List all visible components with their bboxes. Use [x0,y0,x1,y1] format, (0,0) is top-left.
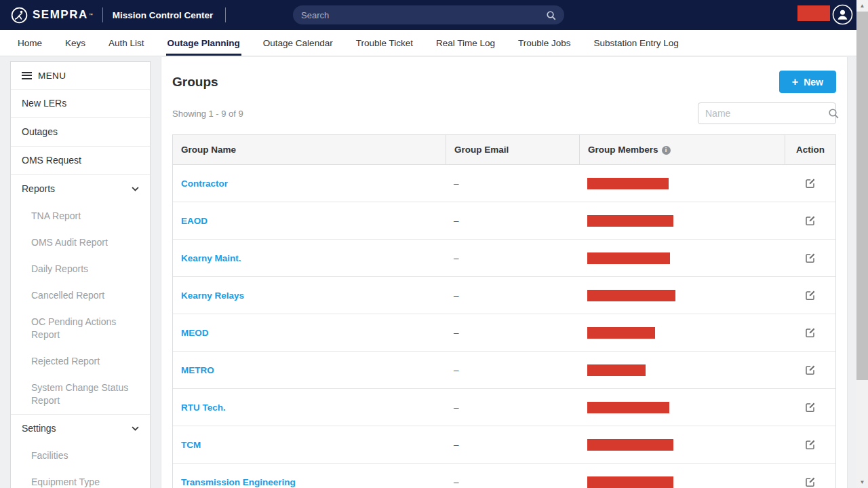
group-members-cell [579,327,785,339]
group-email-value: – [454,253,459,263]
edit-group-button[interactable] [804,251,817,265]
sidebar-menu-toggle[interactable]: MENU [11,62,150,89]
sidebar-item-label: Daily Reports [31,263,88,274]
tab-trouble-jobs[interactable]: Trouble Jobs [517,30,572,56]
group-members-cell [579,178,785,189]
edit-group-button[interactable] [804,326,817,339]
edit-group-button[interactable] [804,475,817,488]
scrollbar-up-arrow[interactable]: ▲ [856,0,868,12]
group-name-link[interactable]: Kearny Maint. [181,253,241,263]
edit-icon [805,252,816,263]
edit-icon [805,364,816,375]
table-row: MEOD – [173,314,835,352]
sidebar-item-settings[interactable]: Settings [11,414,150,443]
edit-group-button[interactable] [804,438,817,451]
group-name-cell: METRO [173,365,446,375]
group-name-cell: TCM [173,440,446,450]
column-header-group-name: Group Name [173,135,446,164]
group-name-cell: Transmission Engineering [173,477,446,487]
name-filter-box [698,102,836,124]
edit-group-button[interactable] [804,176,817,190]
sidebar-item-label: Reports [22,183,55,194]
sidebar-item-oc-pending-actions-report[interactable]: OC Pending Actions Report [11,309,150,348]
page-body: MENU New LERsOutagesOMS RequestReportsTN… [0,57,856,488]
edit-group-button[interactable] [804,288,817,302]
group-email-value: – [454,477,459,487]
sidebar-item-cancelled-report[interactable]: Cancelled Report [11,282,150,309]
sidebar-item-label: OC Pending Actions Report [31,316,116,340]
tab-outage-calendar[interactable]: Outage Calendar [262,30,334,56]
action-cell [785,251,835,265]
table-row: Kearny Maint. – [173,240,835,277]
tab-home[interactable]: Home [16,30,43,56]
edit-icon [805,290,816,301]
group-name-link[interactable]: MEOD [181,328,209,338]
header-divider [225,7,226,22]
group-email-value: – [454,179,459,189]
table-row: Kearny Relays – [173,277,835,314]
group-email-cell: – [446,290,579,301]
redacted-group-members [587,290,675,301]
sidebar-item-system-change-status-report[interactable]: System Change Status Report [11,375,150,414]
sidebar-item-label: Facilities [31,450,68,461]
sidebar-menu: MENU New LERsOutagesOMS RequestReportsTN… [10,61,151,488]
group-members-cell [579,215,785,227]
group-name-link[interactable]: TCM [181,440,201,450]
group-email-cell: – [446,216,579,226]
new-button-label: New [804,77,823,88]
group-members-cell [579,476,785,488]
edit-group-button[interactable] [804,214,817,227]
info-icon[interactable]: i [662,146,671,155]
group-name-cell: MEOD [173,328,446,338]
search-icon[interactable] [546,10,556,20]
edit-group-button[interactable] [804,400,817,414]
tab-bar: HomeKeysAuth ListOutage PlanningOutage C… [0,30,868,56]
group-name-link[interactable]: RTU Tech. [181,402,226,413]
main-content: Groups + New Showing 1 - 9 of 9 [161,57,848,488]
action-cell [785,326,835,340]
sidebar-item-facilities[interactable]: Facilities [11,443,150,469]
global-search-box [293,5,564,24]
tab-real-time-log[interactable]: Real Time Log [435,30,496,56]
tab-auth-list[interactable]: Auth List [107,30,146,56]
global-search-input[interactable] [301,10,546,20]
user-avatar[interactable] [832,4,853,25]
plus-icon: + [792,77,798,88]
edit-icon [805,439,816,450]
scrollbar-down-arrow[interactable]: ▼ [856,476,868,488]
tab-trouble-ticket[interactable]: Trouble Ticket [355,30,414,56]
group-name-link[interactable]: Kearny Relays [181,290,244,301]
sidebar-item-reports[interactable]: Reports [11,174,150,203]
group-email-cell: – [446,253,579,263]
tab-keys[interactable]: Keys [64,30,87,56]
sidebar-item-daily-reports[interactable]: Daily Reports [11,256,150,282]
group-email-cell: – [446,328,579,338]
group-email-cell: – [446,365,579,375]
group-name-link[interactable]: Contractor [181,179,228,189]
group-members-cell [579,290,785,301]
search-icon[interactable] [828,108,839,119]
group-email-value: – [454,290,459,301]
group-email-value: – [454,402,459,413]
new-group-button[interactable]: + New [779,71,836,93]
sidebar-item-tna-report[interactable]: TNA Report [11,203,150,229]
sidebar-item-equipment-type[interactable]: Equipment Type [11,469,150,488]
sidebar-item-outages[interactable]: Outages [11,117,150,146]
sidebar-item-label: Settings [22,423,56,434]
sidebar-item-oms-audit-report[interactable]: OMS Audit Report [11,229,150,256]
scrollbar-thumb[interactable] [856,12,868,380]
action-cell [785,176,835,191]
group-name-link[interactable]: Transmission Engineering [181,477,296,487]
tab-substation-entry-log[interactable]: Substation Entry Log [593,30,680,56]
tab-outage-planning[interactable]: Outage Planning [166,30,241,56]
sidebar-item-new-lers[interactable]: New LERs [11,89,150,117]
edit-group-button[interactable] [804,363,817,377]
sidebar-item-oms-request[interactable]: OMS Request [11,146,150,174]
chevron-down-icon [132,187,139,191]
sidebar-item-rejected-report[interactable]: Rejected Report [11,348,150,375]
table-row: TCM – [173,426,835,464]
group-name-link[interactable]: EAOD [181,216,208,226]
group-name-link[interactable]: METRO [181,365,214,375]
redacted-group-members [587,402,669,413]
name-filter-input[interactable] [705,108,828,119]
